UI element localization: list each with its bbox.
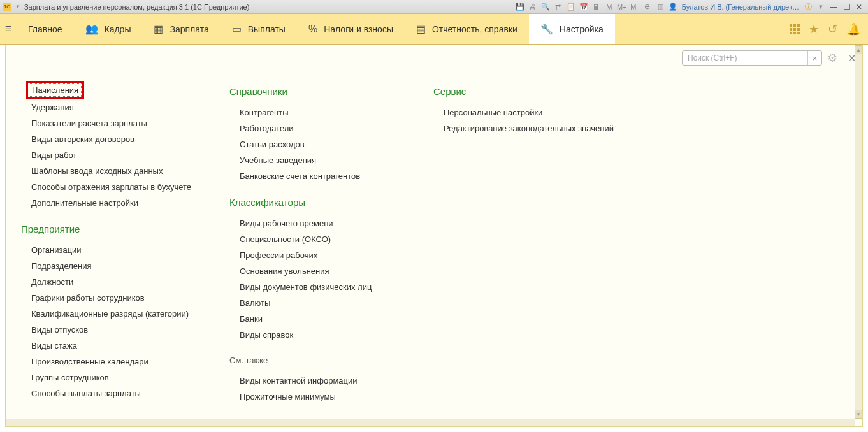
list-item[interactable]: Показатели расчета зарплаты	[21, 115, 191, 131]
user-label[interactable]: Булатов И.В. (Генеральный дирек…	[682, 3, 799, 11]
list-item[interactable]: Способы выплаты зарплаты	[21, 385, 191, 401]
section-spravochniki[interactable]: Справочники	[229, 86, 395, 97]
save-icon[interactable]: 💾	[514, 1, 526, 13]
titlebar: 1C ▼ Зарплата и управление персоналом, р…	[0, 0, 868, 14]
horizontal-scrollbar[interactable]	[6, 419, 855, 426]
search-box: ×	[682, 50, 822, 66]
apps-grid-icon[interactable]	[790, 24, 800, 34]
list-item[interactable]: Банковские счета контрагентов	[229, 168, 395, 184]
nav-item-nastroika[interactable]: 🔧 Настройка	[529, 14, 615, 44]
people-icon: 👥	[85, 23, 98, 35]
print-icon[interactable]: 🖨	[527, 1, 539, 13]
column-1: Начисления Удержания Показатели расчета …	[21, 83, 191, 426]
content-panel: × ⚙ ✕ Начисления Удержания Показатели ра…	[5, 45, 863, 427]
search-clear-button[interactable]: ×	[807, 51, 821, 65]
history-icon[interactable]: ↺	[828, 22, 837, 36]
list-item[interactable]: Контрагенты	[229, 104, 395, 120]
link-list: Виды контактной информации Прожиточные м…	[229, 373, 395, 405]
settings-columns: Начисления Удержания Показатели расчета …	[6, 71, 862, 426]
section-sm-takzhe: См. также	[229, 356, 395, 365]
calculator-icon[interactable]: 🖩	[591, 1, 602, 13]
list-item[interactable]: Способы отражения зарплаты в бухучете	[21, 179, 191, 195]
nav-item-vyplaty[interactable]: ▭ Выплаты	[221, 14, 297, 44]
list-item[interactable]: Должности	[21, 274, 191, 290]
zoom-icon[interactable]: ⊕	[642, 1, 653, 13]
list-item[interactable]: Специальности (ОКСО)	[229, 231, 395, 247]
settings-gear-icon[interactable]: ⚙	[827, 51, 837, 65]
list-item[interactable]: Учебные заведения	[229, 152, 395, 168]
column-2: Справочники Контрагенты Работодатели Ста…	[229, 83, 395, 426]
list-item[interactable]: Дополнительные настройки	[21, 195, 191, 211]
link-list: Контрагенты Работодатели Статьи расходов…	[229, 104, 395, 184]
list-item[interactable]: Виды справок	[229, 327, 395, 343]
options-dropdown-icon[interactable]: ▾	[815, 1, 827, 13]
vertical-scrollbar[interactable]: ▲ ▼	[855, 45, 862, 419]
section-servis[interactable]: Сервис	[433, 86, 614, 97]
list-item[interactable]: Статьи расходов	[229, 136, 395, 152]
list-item[interactable]: Подразделения	[21, 258, 191, 274]
close-window-button[interactable]: ✕	[853, 2, 865, 12]
list-item[interactable]: Профессии рабочих	[229, 247, 395, 263]
list-item[interactable]: Прожиточные минимумы	[229, 389, 395, 405]
memory-m-icon[interactable]: M	[604, 1, 615, 13]
list-item[interactable]: Виды стажа	[21, 338, 191, 354]
app-logo-icon: 1C	[3, 3, 11, 11]
panels-icon[interactable]: ▥	[655, 1, 666, 13]
section-predpriyatie[interactable]: Предприятие	[21, 224, 191, 234]
nav-label: Налоги и взносы	[324, 24, 393, 34]
nav-item-nalogi[interactable]: % Налоги и взносы	[297, 14, 405, 44]
clipboard-icon[interactable]: 📋	[565, 1, 577, 13]
nav-label: Выплаты	[248, 24, 286, 34]
list-item[interactable]: Банки	[229, 311, 395, 327]
nav-item-zarplata[interactable]: ▦ Зарплата	[142, 14, 220, 44]
star-icon[interactable]: ★	[809, 22, 819, 36]
nav-label: Зарплата	[170, 24, 208, 34]
list-item[interactable]: Виды документов физических лиц	[229, 279, 395, 295]
link-list: Персональные настройки Редактирование за…	[433, 104, 614, 136]
list-item[interactable]: Виды контактной информации	[229, 373, 395, 389]
memory-mplus-icon[interactable]: M+	[616, 1, 628, 13]
list-item[interactable]: Графики работы сотрудников	[21, 290, 191, 306]
list-item[interactable]: Квалификационные разряды (категории)	[21, 306, 191, 322]
list-item[interactable]: Основания увольнения	[229, 263, 395, 279]
link-list: Начисления Удержания Показатели расчета …	[21, 83, 191, 211]
scroll-down-icon[interactable]: ▼	[855, 410, 862, 419]
minimize-button[interactable]: —	[828, 2, 839, 12]
nav-label: Отчетность, справки	[432, 24, 517, 34]
calendar-icon[interactable]: 📅	[578, 1, 590, 13]
list-item[interactable]: Шаблоны ввода исходных данных	[21, 163, 191, 179]
nav-item-otchetnost[interactable]: ▤ Отчетность, справки	[405, 14, 529, 44]
app-menu-dropdown-icon[interactable]: ▼	[15, 4, 20, 10]
scroll-up-icon[interactable]: ▲	[855, 45, 862, 54]
section-klassifikatory[interactable]: Классификаторы	[229, 197, 395, 208]
link-list: Организации Подразделения Должности Граф…	[21, 242, 191, 401]
list-item[interactable]: Виды рабочего времени	[229, 215, 395, 231]
nav-item-kadry[interactable]: 👥 Кадры	[74, 14, 143, 44]
preview-icon[interactable]: 🔍	[540, 1, 551, 13]
nav-label: Настройка	[560, 24, 604, 34]
nav-item-main[interactable]: Главное	[17, 14, 74, 44]
list-item[interactable]: Виды работ	[21, 147, 191, 163]
bell-icon[interactable]: 🔔	[846, 22, 860, 36]
column-3: Сервис Персональные настройки Редактиров…	[433, 83, 614, 426]
list-item[interactable]: Группы сотрудников	[21, 370, 191, 385]
list-item[interactable]: Валюты	[229, 295, 395, 311]
list-item[interactable]: Редактирование законодательных значений	[433, 120, 614, 136]
maximize-button[interactable]: ☐	[841, 2, 852, 12]
info-icon[interactable]: ⓘ	[802, 1, 814, 13]
list-item[interactable]: Работодатели	[229, 120, 395, 136]
list-item[interactable]: Персональные настройки	[433, 104, 614, 120]
main-navbar: ≡ Главное 👥 Кадры ▦ Зарплата ▭ Выплаты %…	[0, 14, 868, 45]
list-item[interactable]: Виды авторских договоров	[21, 131, 191, 147]
compare-icon[interactable]: ⇄	[553, 1, 564, 13]
memory-mminus-icon[interactable]: M-	[629, 1, 640, 13]
list-item[interactable]: Виды отпусков	[21, 322, 191, 338]
link-nachisleniya[interactable]: Начисления	[29, 83, 82, 97]
wrench-icon: 🔧	[540, 23, 553, 35]
nav-label: Главное	[28, 24, 62, 34]
list-item[interactable]: Организации	[21, 242, 191, 258]
hamburger-menu-icon[interactable]: ≡	[0, 14, 17, 44]
list-item[interactable]: Производственные календари	[21, 354, 191, 370]
list-item[interactable]: Удержания	[21, 99, 191, 115]
search-input[interactable]	[683, 54, 807, 62]
